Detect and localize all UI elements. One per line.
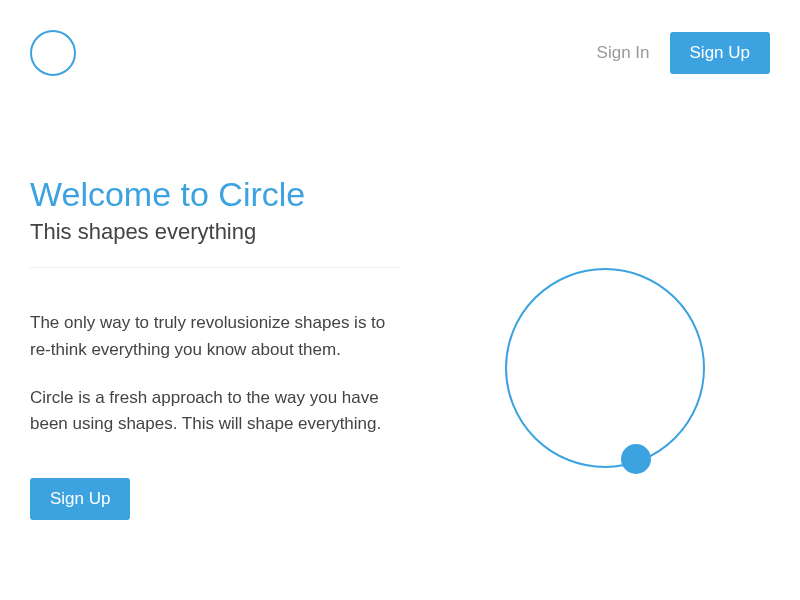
page-subtitle: This shapes everything xyxy=(30,219,400,245)
main: Welcome to Circle This shapes everything… xyxy=(30,176,770,520)
hero-paragraph-1: The only way to truly revolusionize shap… xyxy=(30,310,400,363)
small-circle-icon xyxy=(621,444,651,474)
big-circle-icon xyxy=(505,268,705,468)
header: Sign In Sign Up xyxy=(30,30,770,76)
hero-graphic xyxy=(440,176,770,520)
cta-signup-button[interactable]: Sign Up xyxy=(30,478,130,520)
hero-content: Welcome to Circle This shapes everything… xyxy=(30,176,400,520)
page-title: Welcome to Circle xyxy=(30,176,400,213)
signin-link[interactable]: Sign In xyxy=(597,43,650,63)
signup-button[interactable]: Sign Up xyxy=(670,32,770,74)
hero-paragraph-2: Circle is a fresh approach to the way yo… xyxy=(30,385,400,438)
logo-circle-icon xyxy=(30,30,76,76)
divider xyxy=(30,267,400,268)
nav: Sign In Sign Up xyxy=(597,32,770,74)
